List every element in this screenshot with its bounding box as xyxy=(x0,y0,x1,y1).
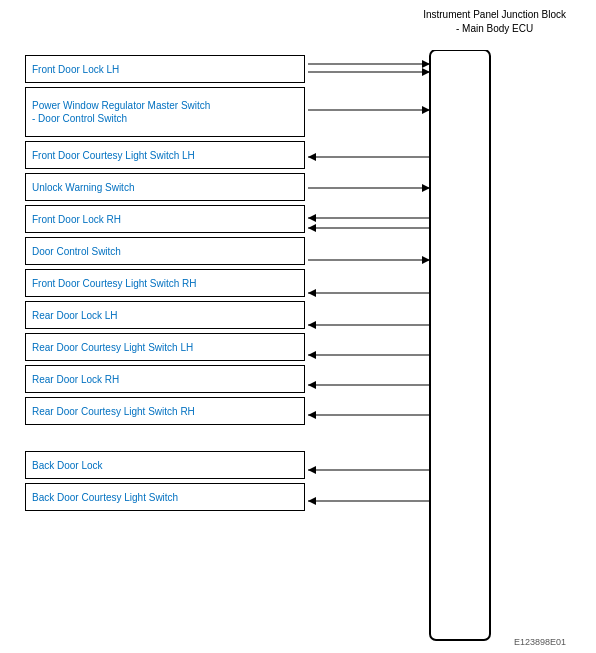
svg-marker-2 xyxy=(422,60,430,68)
component-rear-door-courtesy-rh: Rear Door Courtesy Light Switch RH xyxy=(25,397,305,425)
svg-rect-0 xyxy=(430,50,490,640)
component-back-door-courtesy: Back Door Courtesy Light Switch xyxy=(25,483,305,511)
component-rear-door-courtesy-lh: Rear Door Courtesy Light Switch LH xyxy=(25,333,305,361)
label-front-door-courtesy-rh: Front Door Courtesy Light Switch RH xyxy=(32,277,197,290)
label-rear-door-lock-rh: Rear Door Lock RH xyxy=(32,373,119,386)
svg-marker-10 xyxy=(422,184,430,192)
svg-marker-14 xyxy=(308,224,316,232)
label-back-door-lock: Back Door Lock xyxy=(32,459,103,472)
svg-marker-20 xyxy=(308,321,316,329)
component-back-door-lock: Back Door Lock xyxy=(25,451,305,479)
component-front-door-courtesy-rh: Front Door Courtesy Light Switch RH xyxy=(25,269,305,297)
title-line2: - Main Body ECU xyxy=(456,23,533,34)
label-front-door-courtesy-lh: Front Door Courtesy Light Switch LH xyxy=(32,149,195,162)
svg-marker-4 xyxy=(422,68,430,76)
svg-marker-8 xyxy=(308,153,316,161)
svg-marker-6 xyxy=(422,106,430,114)
svg-marker-12 xyxy=(308,214,316,222)
component-front-door-lock-lh: Front Door Lock LH xyxy=(25,55,305,83)
label-power-window: Power Window Regulator Master Switch- Do… xyxy=(32,99,210,125)
label-front-door-lock-rh: Front Door Lock RH xyxy=(32,213,121,226)
svg-marker-28 xyxy=(308,466,316,474)
svg-marker-16 xyxy=(422,256,430,264)
svg-marker-22 xyxy=(308,351,316,359)
component-door-control-switch: Door Control Switch xyxy=(25,237,305,265)
ecm-title: Instrument Panel Junction Block - Main B… xyxy=(423,8,566,36)
svg-marker-18 xyxy=(308,289,316,297)
component-rear-door-lock-lh: Rear Door Lock LH xyxy=(25,301,305,329)
svg-marker-26 xyxy=(308,411,316,419)
label-door-control-switch: Door Control Switch xyxy=(32,245,121,258)
svg-marker-30 xyxy=(308,497,316,505)
label-back-door-courtesy: Back Door Courtesy Light Switch xyxy=(32,491,178,504)
component-rear-door-lock-rh: Rear Door Lock RH xyxy=(25,365,305,393)
diagram-container: Instrument Panel Junction Block - Main B… xyxy=(0,0,596,653)
title-line1: Instrument Panel Junction Block xyxy=(423,9,566,20)
label-rear-door-lock-lh: Rear Door Lock LH xyxy=(32,309,118,322)
label-rear-door-courtesy-rh: Rear Door Courtesy Light Switch RH xyxy=(32,405,195,418)
component-front-door-courtesy-lh: Front Door Courtesy Light Switch LH xyxy=(25,141,305,169)
label-rear-door-courtesy-lh: Rear Door Courtesy Light Switch LH xyxy=(32,341,193,354)
component-unlock-warning: Unlock Warning Switch xyxy=(25,173,305,201)
svg-marker-24 xyxy=(308,381,316,389)
label-unlock-warning: Unlock Warning Switch xyxy=(32,181,134,194)
watermark: E123898E01 xyxy=(514,637,566,647)
component-front-door-lock-rh: Front Door Lock RH xyxy=(25,205,305,233)
component-power-window: Power Window Regulator Master Switch- Do… xyxy=(25,87,305,137)
label-front-door-lock-lh: Front Door Lock LH xyxy=(32,63,119,76)
